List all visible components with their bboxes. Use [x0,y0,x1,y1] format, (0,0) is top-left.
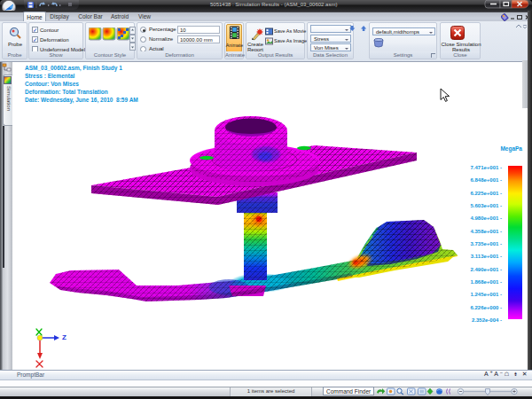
svg-text:Z: Z [62,333,66,341]
